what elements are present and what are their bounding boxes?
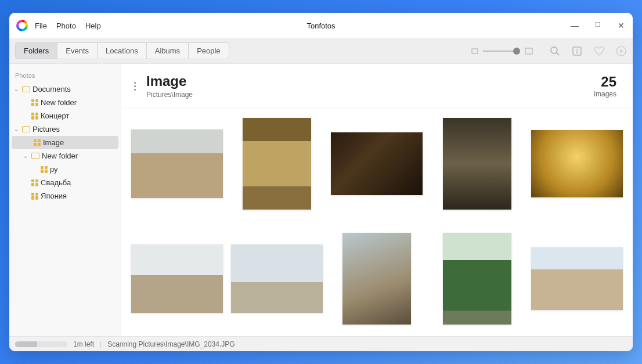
tree-label: Свадьба bbox=[41, 178, 71, 187]
collection-icon bbox=[31, 113, 38, 120]
play-icon[interactable] bbox=[615, 45, 627, 57]
svg-rect-6 bbox=[576, 51, 578, 53]
titlebar: File Photo Help Tonfotos — ☐ ✕ bbox=[9, 13, 633, 38]
tree-item-concert[interactable]: Концерт bbox=[9, 109, 121, 122]
tree-item-image[interactable]: Image bbox=[12, 136, 118, 149]
menu-photo[interactable]: Photo bbox=[56, 21, 76, 30]
tree-item-new-folder-1[interactable]: New folder bbox=[9, 96, 121, 109]
thumbnail-grid bbox=[121, 107, 633, 336]
breadcrumb: Pictures\Image bbox=[146, 91, 193, 99]
count-number: 25 bbox=[594, 74, 616, 90]
toolbar: Folders Events Locations Albums People bbox=[9, 38, 633, 64]
window-controls: — ☐ ✕ bbox=[570, 21, 626, 30]
tree-item-documents[interactable]: ⌄ Documents bbox=[9, 82, 121, 96]
thumbnail[interactable] bbox=[131, 118, 223, 210]
tab-locations[interactable]: Locations bbox=[97, 42, 146, 59]
app-logo-icon bbox=[16, 20, 28, 31]
more-menu-button[interactable] bbox=[132, 80, 138, 93]
main-header: Image Pictures\Image 25 images bbox=[121, 64, 633, 107]
toolbar-right-icons bbox=[549, 45, 627, 57]
tab-albums[interactable]: Albums bbox=[146, 42, 188, 59]
thumbnail-image bbox=[243, 118, 311, 210]
sidebar: Photos ⌄ Documents New folder Концерт ⌄ … bbox=[9, 64, 121, 336]
tree-item-pictures[interactable]: ⌄ Pictures bbox=[9, 122, 121, 136]
folder-icon bbox=[31, 153, 39, 159]
separator: | bbox=[100, 340, 102, 348]
body: Photos ⌄ Documents New folder Концерт ⌄ … bbox=[9, 64, 633, 336]
collection-icon bbox=[31, 193, 38, 200]
tree-item-japan[interactable]: Япония bbox=[9, 189, 121, 203]
svg-line-3 bbox=[557, 53, 559, 55]
statusbar: 1m left | Scanning Pictures\Image\IMG_20… bbox=[9, 336, 633, 351]
menu-file[interactable]: File bbox=[35, 21, 47, 30]
slider-track[interactable] bbox=[483, 51, 520, 52]
progress-fill bbox=[15, 341, 37, 347]
tree-label: New folder bbox=[42, 152, 78, 160]
svg-point-5 bbox=[576, 49, 578, 50]
collection-icon bbox=[41, 166, 48, 173]
tree-label: Image bbox=[43, 138, 64, 147]
heart-icon[interactable] bbox=[593, 45, 605, 57]
menu-help[interactable]: Help bbox=[85, 21, 101, 30]
thumbnail[interactable] bbox=[231, 233, 323, 325]
slider-thumb[interactable] bbox=[513, 48, 520, 55]
thumbnail[interactable] bbox=[531, 233, 623, 325]
thumbnail[interactable] bbox=[331, 118, 423, 210]
svg-rect-1 bbox=[525, 48, 532, 54]
page-title: Image bbox=[146, 73, 193, 89]
search-icon[interactable] bbox=[549, 45, 561, 57]
thumbnail[interactable] bbox=[231, 118, 323, 210]
tree-label: Pictures bbox=[33, 125, 60, 134]
thumbnail-image bbox=[531, 247, 623, 310]
tab-events[interactable]: Events bbox=[57, 42, 97, 59]
menubar: File Photo Help bbox=[35, 21, 101, 30]
thumbnail[interactable] bbox=[431, 118, 523, 210]
thumbnail-row bbox=[127, 118, 627, 210]
thumbnail-size-slider[interactable] bbox=[471, 48, 533, 55]
svg-rect-0 bbox=[472, 49, 478, 53]
tree-item-ru[interactable]: ру bbox=[9, 163, 121, 176]
thumbnail[interactable] bbox=[431, 233, 523, 325]
chevron-down-icon[interactable]: ⌄ bbox=[13, 126, 20, 132]
collection-icon bbox=[31, 179, 38, 186]
sidebar-section-label: Photos bbox=[9, 70, 121, 82]
collection-icon bbox=[34, 139, 41, 146]
collection-icon bbox=[31, 99, 38, 106]
status-text: Scanning Pictures\Image\IMG_2034.JPG bbox=[107, 340, 235, 348]
main-panel: Image Pictures\Image 25 images bbox=[121, 64, 633, 336]
close-button[interactable]: ✕ bbox=[616, 21, 626, 30]
maximize-button[interactable]: ☐ bbox=[593, 21, 603, 30]
folder-icon bbox=[22, 86, 30, 92]
thumbnail-image bbox=[131, 129, 223, 198]
tree-item-wedding[interactable]: Свадьба bbox=[9, 176, 121, 189]
tree-label: Концерт bbox=[41, 111, 69, 120]
titles: Image Pictures\Image bbox=[146, 73, 193, 99]
tab-people[interactable]: People bbox=[188, 42, 229, 59]
tab-folders[interactable]: Folders bbox=[15, 42, 57, 59]
thumbnail-row bbox=[127, 233, 627, 325]
app-title: Tonfotos bbox=[306, 21, 335, 30]
folder-icon bbox=[22, 126, 30, 132]
tree-label: New folder bbox=[41, 98, 77, 107]
progress-bar bbox=[15, 341, 67, 347]
view-tabs: Folders Events Locations Albums People bbox=[15, 42, 229, 59]
thumbnail-image bbox=[443, 233, 511, 325]
chevron-down-icon[interactable]: ⌄ bbox=[22, 153, 29, 159]
tree-label: Documents bbox=[33, 85, 71, 93]
thumbnail[interactable] bbox=[131, 233, 223, 325]
minimize-button[interactable]: — bbox=[570, 21, 579, 30]
thumbnail[interactable] bbox=[331, 233, 423, 325]
info-icon[interactable] bbox=[571, 45, 583, 57]
thumbnail-image bbox=[342, 233, 411, 325]
chevron-down-icon[interactable]: ⌄ bbox=[13, 86, 20, 92]
thumbnail-image bbox=[331, 132, 423, 195]
thumb-small-icon bbox=[471, 48, 478, 55]
tree-item-new-folder-2[interactable]: ⌄ New folder bbox=[9, 149, 121, 163]
thumbnail[interactable] bbox=[531, 118, 623, 210]
window: File Photo Help Tonfotos — ☐ ✕ Folders E… bbox=[9, 13, 633, 351]
tree-label: ру bbox=[50, 165, 58, 174]
thumbnail-image bbox=[231, 244, 323, 313]
thumbnail-image bbox=[531, 130, 623, 197]
time-left: 1m left bbox=[73, 340, 94, 348]
image-count: 25 images bbox=[594, 74, 616, 98]
